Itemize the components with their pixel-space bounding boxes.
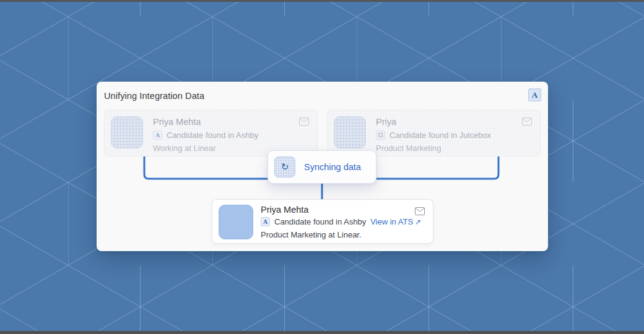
view-in-ats-link[interactable]: View in ATS ↗	[370, 217, 421, 226]
source-card-text: Priya ⊡ Candidate found in Juicebox Prod…	[376, 116, 491, 150]
candidate-detail: Product Marketing at Linear.	[261, 230, 421, 239]
found-text: Candidate found in Ashby	[274, 217, 366, 226]
panel-title: Unifying Integration Data	[104, 91, 204, 101]
candidate-name: Priya	[376, 116, 491, 127]
ashby-badge-icon: A	[261, 217, 270, 226]
ashby-badge-icon: A	[153, 131, 162, 140]
avatar-placeholder	[334, 116, 366, 148]
source-card-text: Priya Mehta A Candidate found in Ashby W…	[153, 116, 258, 150]
source-cards-row: Priya Mehta A Candidate found in Ashby W…	[104, 109, 541, 156]
external-link-arrow-icon: ↗	[415, 218, 421, 226]
window-frame-top	[0, 0, 644, 2]
source-card-ashby-content: Priya Mehta A Candidate found in Ashby W…	[105, 110, 317, 156]
avatar-placeholder	[111, 116, 143, 148]
found-row: A Candidate found in Ashby	[153, 131, 258, 140]
candidate-name: Priya Mehta	[261, 205, 421, 215]
avatar	[219, 205, 253, 239]
candidate-name: Priya Mehta	[153, 116, 258, 127]
source-card-ashby: Priya Mehta A Candidate found in Ashby W…	[104, 109, 318, 156]
sync-arrow-icon: ↻	[281, 163, 289, 172]
unifying-integration-panel: Unifying Integration Data A Priya Mehta …	[97, 82, 548, 251]
envelope-icon	[522, 118, 532, 126]
unified-candidate-card: Priya Mehta A Candidate found in Ashby V…	[212, 199, 433, 244]
envelope-icon	[299, 118, 309, 126]
source-card-juicebox-content: Priya ⊡ Candidate found in Juicebox Prod…	[328, 110, 540, 156]
candidate-detail: Working at Linear	[153, 143, 258, 153]
candidate-detail: Product Marketing	[376, 143, 491, 153]
syncing-status-pill: ↻ Synching data	[268, 150, 376, 184]
found-text: Candidate found in Ashby	[167, 131, 258, 140]
source-card-juicebox: Priya ⊡ Candidate found in Juicebox Prod…	[327, 109, 541, 156]
found-row: A Candidate found in Ashby View in ATS ↗	[261, 217, 421, 226]
sync-status-label: Synching data	[304, 162, 361, 172]
ashby-logo-icon: A	[528, 88, 541, 101]
juicebox-badge-icon: ⊡	[376, 131, 385, 140]
found-row: ⊡ Candidate found in Juicebox	[376, 131, 491, 140]
view-in-ats-label: View in ATS	[370, 217, 413, 226]
unified-candidate-content: Priya Mehta A Candidate found in Ashby V…	[212, 200, 433, 243]
result-card-text: Priya Mehta A Candidate found in Ashby V…	[261, 205, 421, 238]
envelope-icon	[415, 207, 425, 215]
sync-icon-box: ↻	[274, 156, 295, 178]
found-text: Candidate found in Juicebox	[389, 131, 491, 140]
window-frame-bottom	[0, 331, 644, 334]
